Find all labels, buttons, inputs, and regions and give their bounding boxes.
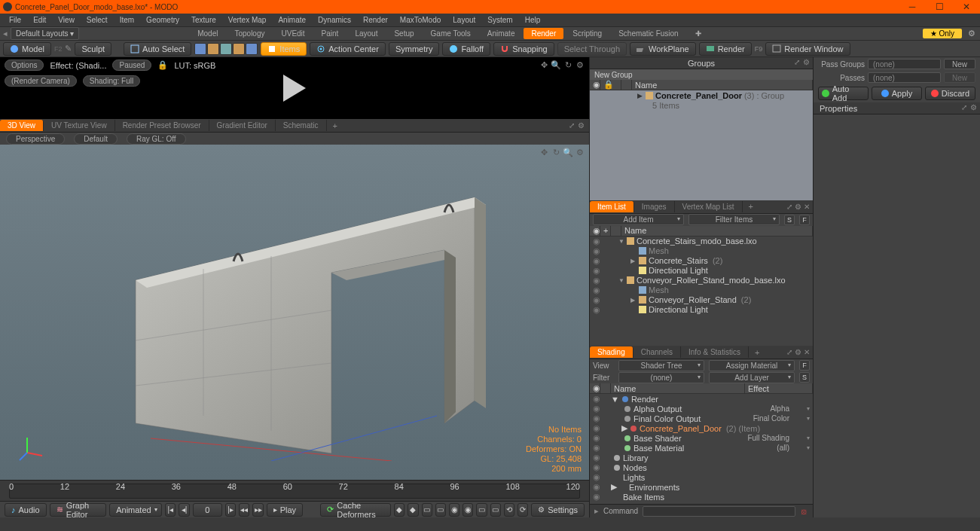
viewport-raygl[interactable]: Ray GL: Off	[127, 133, 186, 145]
viewport-gear-icon[interactable]: ⚙	[575, 148, 585, 157]
audio-button[interactable]: ♪Audio	[5, 503, 47, 517]
play-button[interactable]: ▸ Play	[267, 503, 303, 517]
tab-topology[interactable]: Topology	[227, 28, 272, 39]
select-through-button[interactable]: Select Through	[557, 42, 627, 56]
item-row[interactable]: ◉Mesh	[590, 246, 813, 256]
preview-camera[interactable]: (Render Camera)	[5, 75, 77, 87]
tab-gametools[interactable]: Game Tools	[423, 28, 478, 39]
tab-schematic-fusion[interactable]: Schematic Fusion	[611, 28, 685, 39]
viewtab-add[interactable]: +	[327, 120, 343, 132]
viewtab-uvtexture[interactable]: UV Texture View	[44, 120, 115, 131]
filter-items-dropdown[interactable]: Filter Items	[688, 214, 780, 225]
play-back-icon[interactable]: ◂◂	[239, 503, 249, 517]
items-button[interactable]: Items	[261, 42, 307, 56]
auto-select-button[interactable]: Auto Select	[124, 42, 191, 56]
menu-maxtomodo[interactable]: MaxToModo	[394, 14, 447, 26]
new-group-button[interactable]: New Group	[590, 69, 813, 80]
tab-model[interactable]: Model	[190, 28, 225, 39]
minimize-button[interactable]: ─	[899, 0, 926, 14]
settings-button[interactable]: ⚙ Settings	[531, 503, 585, 517]
menu-file[interactable]: File	[3, 14, 27, 26]
shader-row[interactable]: ◉Alpha OutputAlpha▾	[590, 404, 813, 414]
itemtab-images[interactable]: Images	[634, 201, 675, 212]
command-run-icon[interactable]: ▸	[594, 506, 599, 516]
item-row[interactable]: ◉▼Conveyor_Roller_Stand_modo_base.lxo	[590, 276, 813, 285]
command-stop-icon[interactable]: ⦻	[800, 507, 808, 516]
shader-row[interactable]: ◉Final Color OutputFinal Color▾	[590, 414, 813, 423]
add-layer-dropdown[interactable]: Add Layer	[709, 372, 795, 383]
filter-s-button[interactable]: S	[784, 215, 795, 225]
axis-gizmo[interactable]	[18, 435, 45, 462]
tab-layout[interactable]: Layout	[347, 28, 385, 39]
preview-play-icon[interactable]	[283, 75, 306, 102]
menu-item[interactable]: Item	[114, 14, 140, 26]
lock-icon[interactable]: 🔒	[600, 80, 611, 90]
shading-close-icon[interactable]: ✕	[804, 348, 810, 356]
shader-row[interactable]: ◉Bake Items	[590, 492, 813, 502]
key-icon-8[interactable]: ▭	[490, 503, 501, 517]
poly-mode-icon[interactable]	[220, 43, 232, 55]
menu-view[interactable]: View	[52, 14, 81, 26]
item-row[interactable]: ◉▼Concrete_Stairs_modo_base.lxo	[590, 237, 813, 246]
preview-zoom-icon[interactable]: 🔍	[551, 60, 560, 69]
cache-deformers-button[interactable]: ⟳Cache Deformers	[320, 503, 391, 517]
add-item-dropdown[interactable]: Add Item	[593, 214, 684, 225]
vis-icon[interactable]: ◉	[590, 383, 600, 393]
shading-detach-icon[interactable]: ⤢	[786, 348, 792, 356]
tab-render[interactable]: Render	[524, 28, 563, 39]
key-icon-4[interactable]: ▭	[435, 503, 446, 517]
preview-gear-icon[interactable]: ⚙	[575, 60, 585, 69]
command-input[interactable]	[643, 506, 795, 517]
group-row[interactable]: ▶ Concrete_Panel_Door (3) : Group	[590, 90, 813, 100]
rotate-icon[interactable]: ↻	[551, 148, 560, 157]
itemtab-vertexmap[interactable]: Vertex Map List	[675, 201, 743, 212]
preview-shading[interactable]: Shading: Full	[83, 75, 140, 87]
viewtab-gear-icon[interactable]: ⚙	[578, 121, 585, 130]
preview-options[interactable]: Options	[5, 60, 44, 71]
group-items-row[interactable]: 5 Items	[590, 100, 813, 110]
shading-f-button[interactable]: F	[799, 360, 810, 371]
groups-tree[interactable]: ▶ Concrete_Panel_Door (3) : Group 5 Item…	[590, 90, 813, 200]
pass-groups-dropdown[interactable]: (none)	[868, 59, 941, 69]
itemtab-add[interactable]: +	[743, 200, 759, 212]
tab-paint[interactable]: Paint	[314, 28, 347, 39]
item-row[interactable]: ◉▶Conveyor_Roller_Stand (2)	[590, 295, 813, 305]
menu-system[interactable]: System	[481, 14, 518, 26]
key-icon-10[interactable]: ⟳	[517, 503, 528, 517]
item-mode-icon[interactable]	[246, 43, 258, 55]
properties-gear-icon[interactable]: ⚙	[969, 103, 978, 111]
shadingtab-channels[interactable]: Channels	[633, 346, 681, 358]
preview-lut[interactable]: LUT: sRGB	[174, 61, 215, 70]
menu-render[interactable]: Render	[357, 14, 394, 26]
viewtab-gradient[interactable]: Gradient Editor	[209, 120, 276, 131]
item-row[interactable]: ◉▶Concrete_Stairs (2)	[590, 256, 813, 266]
preview-effect[interactable]: Effect: (Shadi...	[50, 61, 106, 70]
groups-gear-icon[interactable]: ⚙	[802, 58, 811, 66]
menu-edit[interactable]: Edit	[27, 14, 52, 26]
mode-button[interactable]: Model	[3, 42, 51, 56]
key-icon-7[interactable]: ▭	[476, 503, 487, 517]
snapping-button[interactable]: Snapping	[493, 42, 554, 56]
edge-mode-icon[interactable]	[207, 43, 219, 55]
view-dropdown[interactable]: Shader Tree	[618, 360, 704, 371]
key-icon-9[interactable]: ⟲	[504, 503, 514, 517]
timeline[interactable]: 0 12 24 36 48 60 72 84 96 108 120	[0, 480, 589, 501]
viewtab-renderpreset[interactable]: Render Preset Browser	[115, 120, 209, 131]
shader-tree[interactable]: ◉▼Render◉Alpha OutputAlpha▾◉Final Color …	[590, 394, 813, 504]
edit-pencil-icon[interactable]: ✎	[65, 44, 72, 53]
layout-prev-icon[interactable]: ◂	[3, 29, 11, 38]
menu-select[interactable]: Select	[81, 14, 114, 26]
shader-row[interactable]: ◉▶Environments	[590, 482, 813, 492]
zoom-icon[interactable]: 🔍	[563, 148, 572, 157]
properties-detach-icon[interactable]: ⤢	[960, 103, 968, 111]
action-center-button[interactable]: Action Center	[310, 42, 386, 56]
viewport-perspective[interactable]: Perspective	[6, 133, 65, 145]
vis-icon[interactable]: ◉	[590, 80, 600, 90]
vertex-mode-icon[interactable]	[194, 43, 206, 55]
key-icon-1[interactable]: ◆	[394, 503, 405, 517]
preview-paused[interactable]: Paused	[112, 60, 151, 71]
preview-refresh-icon[interactable]: ↻	[563, 60, 572, 69]
menu-layout[interactable]: Layout	[447, 14, 481, 26]
goto-first-icon[interactable]: |◂	[165, 503, 176, 517]
viewtab-3dview[interactable]: 3D View	[0, 120, 44, 131]
